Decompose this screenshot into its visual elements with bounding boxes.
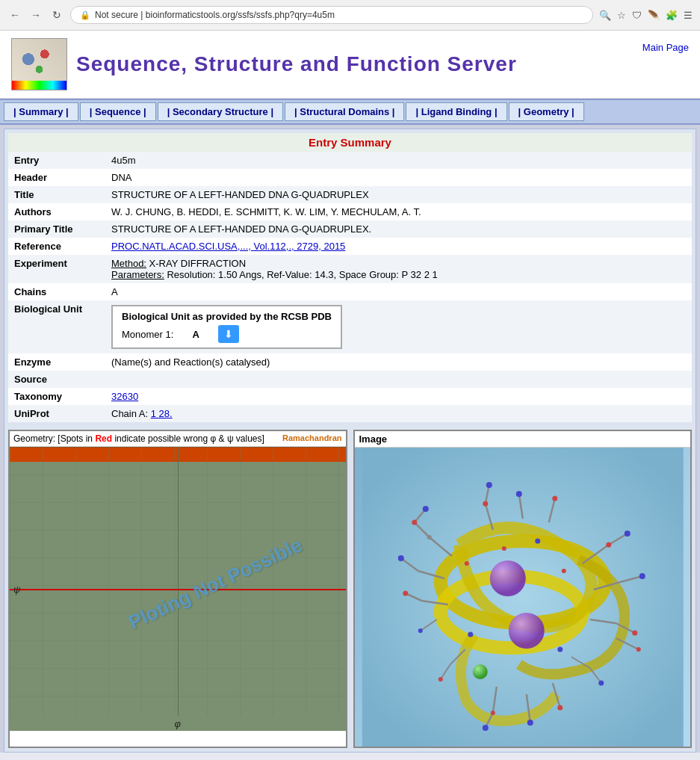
table-row: Title STRUCTURE OF A LEFT-HANDED DNA G-Q…: [8, 186, 692, 203]
shield-icon[interactable]: 🛡: [632, 10, 642, 21]
molecule-svg: [355, 448, 691, 747]
site-header: Sequence, Structure and Function Server …: [0, 31, 700, 99]
bottom-section: Geometry: [Spots in Red indicate possibl…: [8, 430, 692, 748]
svg-point-52: [438, 677, 442, 682]
phi-label: φ: [175, 718, 181, 729]
nav-tabs: | Summary | | Sequence | | Secondary Str…: [0, 99, 700, 125]
svg-point-57: [636, 647, 640, 652]
feather-icon[interactable]: 🪶: [648, 10, 660, 21]
browser-icons: 🔍 ☆ 🛡 🪶 🧩 ☰: [599, 10, 693, 21]
svg-point-46: [561, 569, 566, 573]
tab-sequence[interactable]: | Sequence |: [80, 102, 156, 121]
tab-secondary-structure[interactable]: | Secondary Structure |: [158, 102, 283, 121]
svg-point-27: [486, 482, 492, 488]
reference-value[interactable]: PROC.NATL.ACAD.SCI.USA,..., Vol.112,., 2…: [105, 238, 692, 255]
svg-point-45: [468, 632, 473, 637]
svg-point-40: [557, 705, 563, 711]
svg-point-41: [489, 560, 525, 596]
source-label: Source: [8, 371, 105, 388]
table-row: Source: [8, 371, 692, 388]
primary-title-value: STRUCTURE OF A LEFT-HANDED DNA G-QUADRUP…: [105, 220, 692, 238]
authors-label: Authors: [8, 203, 105, 220]
bio-unit-value: Biological Unit as provided by the RCSB …: [105, 300, 692, 353]
geometry-panel: Geometry: [Spots in Red indicate possibl…: [8, 430, 347, 748]
table-row: Reference PROC.NATL.ACAD.SCI.USA,..., Vo…: [8, 238, 692, 255]
reference-link[interactable]: PROC.NATL.ACAD.SCI.USA,..., Vol.112,., 2…: [111, 241, 345, 252]
table-row: UniProt Chain A: 1 28.: [8, 405, 692, 422]
svg-point-7: [412, 520, 417, 525]
lock-icon: 🔒: [80, 10, 90, 20]
browser-chrome: ← → ↻ 🔒 Not secure | bioinformaticstools…: [0, 0, 700, 31]
reference-label: Reference: [8, 238, 105, 255]
svg-point-14: [403, 591, 408, 596]
search-icon[interactable]: 🔍: [599, 10, 611, 21]
source-value: [105, 371, 692, 388]
tab-geometry[interactable]: | Geometry |: [509, 102, 584, 121]
bookmark-star-icon[interactable]: ☆: [617, 10, 626, 21]
tab-structural-domains[interactable]: | Structural Domains |: [285, 102, 404, 121]
svg-point-8: [427, 535, 431, 540]
entry-summary-title: Entry Summary: [8, 133, 692, 152]
svg-rect-0: [362, 448, 683, 747]
geometry-red-text: Red: [95, 433, 112, 444]
primary-title-label: Primary Title: [8, 220, 105, 238]
svg-point-48: [501, 546, 506, 551]
svg-point-42: [508, 613, 544, 649]
monomer-label: Monomer 1:: [122, 329, 173, 340]
main-content: Entry Summary Entry 4u5m Header DNA Titl…: [4, 129, 696, 753]
svg-point-30: [515, 491, 521, 497]
enzyme-label: Enzyme: [8, 353, 105, 371]
table-row: Enzyme (Name(s) and Reaction(s) catalyse…: [8, 353, 692, 371]
uniprot-value: Chain A: 1 28.: [105, 405, 692, 422]
geometry-header: Geometry: [Spots in Red indicate possibl…: [10, 431, 346, 447]
svg-point-11: [397, 555, 403, 561]
experiment-method: Method: X-RAY DIFFRACTION: [111, 258, 686, 269]
reload-button[interactable]: ↻: [49, 7, 64, 22]
svg-point-6: [422, 506, 428, 512]
bio-unit-row: Monomer 1: A ⬇: [122, 325, 332, 343]
experiment-params: Parameters: Resolution: 1.50 Angs, Ref-V…: [111, 269, 686, 280]
menu-icon[interactable]: ☰: [684, 10, 693, 21]
monomer-chain: A: [185, 329, 206, 340]
svg-point-28: [483, 501, 488, 507]
taxonomy-label: Taxonomy: [8, 388, 105, 405]
psi-label: ψ: [13, 584, 20, 595]
plot-vertical-line: [178, 447, 179, 716]
taxonomy-link[interactable]: 32630: [111, 391, 138, 402]
svg-point-35: [482, 725, 488, 731]
molecule-image: [355, 448, 691, 747]
experiment-label: Experiment: [8, 255, 105, 283]
chains-value: A: [105, 283, 692, 300]
svg-point-47: [557, 647, 563, 652]
uniprot-label: UniProt: [8, 405, 105, 422]
entry-value: 4u5m: [105, 152, 692, 169]
taxonomy-value[interactable]: 32630: [105, 388, 692, 405]
main-page-link[interactable]: Main Page: [642, 38, 689, 53]
back-button[interactable]: ←: [7, 7, 22, 22]
svg-point-18: [606, 543, 611, 548]
tab-summary[interactable]: | Summary |: [4, 102, 78, 121]
experiment-value: Method: X-RAY DIFFRACTION Parameters: Re…: [105, 255, 692, 283]
page-wrapper: Sequence, Structure and Function Server …: [0, 31, 700, 753]
table-row: Entry 4u5m: [8, 152, 692, 169]
ramachandran-label: Ramachandran: [282, 433, 341, 442]
svg-point-36: [490, 711, 495, 715]
bio-unit-box: Biological Unit as provided by the RCSB …: [111, 305, 342, 349]
entry-label: Entry: [8, 152, 105, 169]
table-row: Primary Title STRUCTURE OF A LEFT-HANDED…: [8, 220, 692, 238]
geometry-header-suffix: indicate possible wrong φ & ψ values]: [114, 433, 264, 444]
address-bar[interactable]: 🔒 Not secure | bioinformaticstools.org/s…: [70, 6, 593, 24]
bio-unit-label: Biological Unit: [8, 300, 105, 353]
table-row: Experiment Method: X-RAY DIFFRACTION Par…: [8, 255, 692, 283]
download-button[interactable]: ⬇: [218, 325, 239, 343]
svg-point-21: [639, 573, 645, 579]
logo-strip: [12, 81, 66, 90]
url-text: Not secure | bioinformaticstools.org/ssf…: [95, 10, 335, 20]
svg-point-24: [632, 631, 637, 636]
table-row: Authors W. J. CHUNG, B. HEDDI, E. SCHMIT…: [8, 203, 692, 220]
image-header: Image: [355, 431, 691, 448]
uniprot-link[interactable]: 1 28.: [151, 408, 173, 419]
puzzle-icon[interactable]: 🧩: [666, 10, 678, 21]
forward-button[interactable]: →: [28, 7, 43, 22]
tab-ligand-binding[interactable]: | Ligand Binding |: [406, 102, 507, 121]
